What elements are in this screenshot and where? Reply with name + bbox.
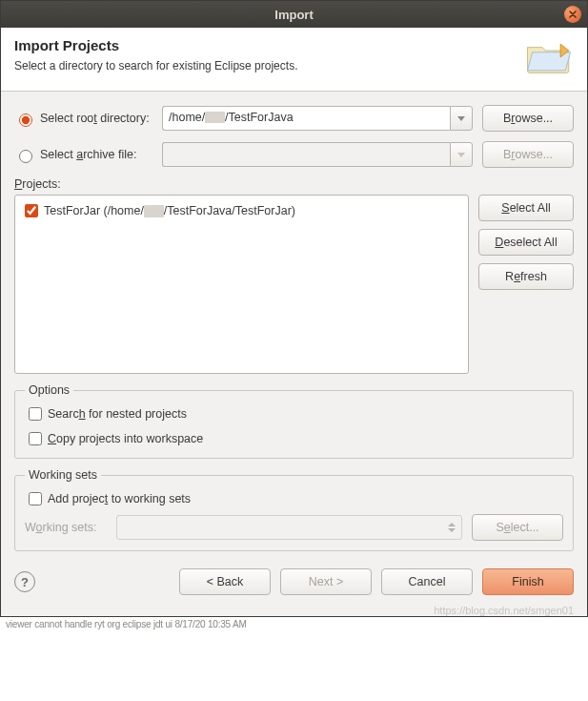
refresh-button[interactable]: Refresh [478,263,574,290]
archive-browse-button: Browse... [482,141,574,168]
list-item[interactable]: TestForJar (/home/ /TestForJava/TestForJ… [21,201,462,220]
cancel-button[interactable]: Cancel [381,568,473,595]
options-legend: Options [25,383,73,397]
working-sets-select-button: Select... [472,514,563,541]
stepper-icon [448,523,456,532]
root-directory-label: Select root directory: [40,112,150,125]
copy-workspace-checkbox[interactable] [29,432,42,445]
next-button: Next > [280,568,372,595]
titlebar: Import [1,1,587,28]
search-nested-checkbox[interactable] [29,407,42,421]
window-title: Import [274,8,313,22]
working-sets-combo [116,515,462,540]
banner-heading: Import Projects [14,37,297,53]
close-button[interactable] [564,6,581,23]
archive-file-dropdown [450,142,473,167]
select-all-button[interactable]: Select All [478,195,574,221]
folder-icon [524,37,574,77]
help-button[interactable]: ? [14,571,35,592]
project-item-label: TestForJar (/home/ /TestForJava/TestForJ… [44,204,295,217]
root-directory-radio[interactable] [19,113,32,127]
working-sets-list-label: Working sets: [25,521,107,534]
back-button[interactable]: < Back [179,568,271,595]
root-directory-combo[interactable]: /home/ /TestForJava [162,106,473,131]
banner: Import Projects Select a directory to se… [1,28,587,92]
help-icon: ? [21,575,29,589]
search-nested-label: Search for nested projects [48,407,187,421]
options-fieldset: Options Search for nested projects Copy … [14,383,574,459]
archive-file-label: Select archive file: [40,148,136,161]
archive-file-input [162,142,450,167]
add-to-working-sets-label: Add project to working sets [48,492,191,505]
archive-file-row: Select archive file: Browse... [14,141,574,168]
archive-file-radio[interactable] [19,150,32,163]
add-to-working-sets-checkbox[interactable] [29,492,42,505]
root-directory-row: Select root directory: /home/ /TestForJa… [14,105,574,132]
projects-label: Projects: [14,177,574,191]
finish-button[interactable]: Finish [482,568,574,595]
root-directory-dropdown[interactable] [450,106,473,131]
close-icon [568,10,578,19]
root-browse-button[interactable]: Browse... [482,105,574,132]
working-sets-legend: Working sets [25,468,101,482]
deselect-all-button[interactable]: Deselect All [478,229,574,256]
archive-file-combo [162,142,473,167]
footer: ? < Back Next > Cancel Finish [1,557,587,608]
watermark-text: https://blog.csdn.net/smgen01 [1,605,587,616]
project-checkbox[interactable] [25,204,38,217]
background-window-fragment: viewer cannot handle ryt org eclipse jdt… [0,617,588,631]
banner-subheading: Select a directory to search for existin… [14,59,297,72]
root-directory-input[interactable] [162,106,450,131]
import-dialog: Import Import Projects Select a director… [0,0,588,617]
working-sets-fieldset: Working sets Add project to working sets… [14,468,574,551]
copy-workspace-label: Copy projects into workspace [48,432,203,445]
projects-listbox[interactable]: TestForJar (/home/ /TestForJava/TestForJ… [14,195,469,374]
